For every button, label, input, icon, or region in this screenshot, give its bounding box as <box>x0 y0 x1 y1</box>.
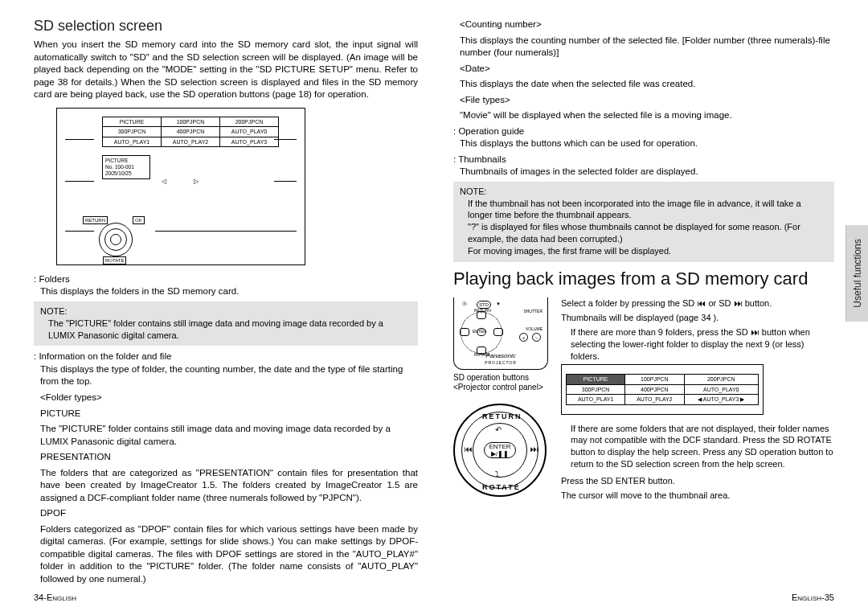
step1a: Select a folder by pressing the SD ⏮ or … <box>561 297 834 310</box>
step1c: If there are more than 9 folders, press … <box>571 326 834 363</box>
folder-table-2: PICTURE100PJPCN200PJPCN 300PJPCN400PJPCN… <box>566 374 759 404</box>
counting-number-text: This displays the counting number of the… <box>460 35 834 59</box>
presentation-text: The folders that are categorized as "PRE… <box>40 467 418 505</box>
step2a: Press the SD ENTER button. <box>561 475 834 487</box>
diagram-info-box: PICTURE No. 100-001 2005/10/25 <box>102 155 150 178</box>
control-wheel-diagram: RETURN ROTATE ⏮ ⏭ ↶ ⤵ ENTER▶/❚❚ <box>453 404 550 500</box>
picture-heading: PICTURE <box>40 408 418 420</box>
note-box-2: NOTE: If the thumbnail has not been inco… <box>453 182 834 262</box>
page-number-left: 34-English <box>34 592 76 604</box>
folder-types-label: <Folder types> <box>40 392 418 404</box>
file-types-text: "Movie" will be displayed when the selec… <box>460 109 834 122</box>
folders-label: : Folders <box>34 273 418 286</box>
playback-heading: Playing back images from a SD memory car… <box>453 269 834 289</box>
date-label: <Date> <box>460 63 834 76</box>
operation-guide-text: This displays the buttons which can be u… <box>460 137 834 150</box>
step2b: The cursor will move to the thumbnail ar… <box>561 490 834 502</box>
folders-text: This displays the folders in the SD memo… <box>40 285 418 298</box>
date-text: This displays the date when the selected… <box>460 78 834 91</box>
counting-number-label: <Counting number> <box>460 18 834 31</box>
step1b: Thumbnails will be displayed (page 34 ). <box>561 312 834 324</box>
step1d: If there are some folders that are not d… <box>571 423 834 470</box>
dpof-heading: DPOF <box>40 507 418 520</box>
operation-guide-label: : Operation guide <box>453 125 834 138</box>
folder-table-2-frame: PICTURE100PJPCN200PJPCN 300PJPCN400PJPCN… <box>561 364 764 414</box>
nav-triangles-icon: ◁ ▷ <box>162 178 207 187</box>
presentation-heading: PRESENTATION <box>40 451 418 464</box>
sd-selection-diagram: PICTURE100PJPCN200PJPCN 300PJPCN400PJPCN… <box>56 108 305 265</box>
sd-selection-heading: SD selection screen <box>34 16 418 35</box>
file-types-label: <File types> <box>460 94 834 107</box>
dpof-text: Folders categorized as "DPOF" contain fi… <box>40 523 418 586</box>
info-text: This displays the type of folder, the co… <box>40 363 418 388</box>
thumbnails-label: : Thumbnails <box>453 154 834 166</box>
remote-caption: SD operation buttons <Projector control … <box>453 373 555 392</box>
intro-paragraph: When you insert the SD memory card into … <box>34 39 418 101</box>
info-label: : Information on the folder and file <box>34 351 418 363</box>
diagram-folder-table: PICTURE100PJPCN200PJPCN 300PJPCN400PJPCN… <box>102 117 279 147</box>
side-tab: Useful functions <box>845 225 868 322</box>
page-number-right: English-35 <box>792 592 834 604</box>
picture-text: The "PICTURE" folder contains still imag… <box>40 423 418 448</box>
diagram-control-pad: RETURN OK ROTATE <box>99 223 133 256</box>
remote-diagram: Ⓐ STD ▼ SHUTTER VOLUME − + RETURN ENTER … <box>453 297 548 370</box>
note-box-1: NOTE: The "PICTURE" folder contains stil… <box>34 301 418 346</box>
thumbnails-text: Thumbnails of images in the selected fol… <box>460 166 834 178</box>
